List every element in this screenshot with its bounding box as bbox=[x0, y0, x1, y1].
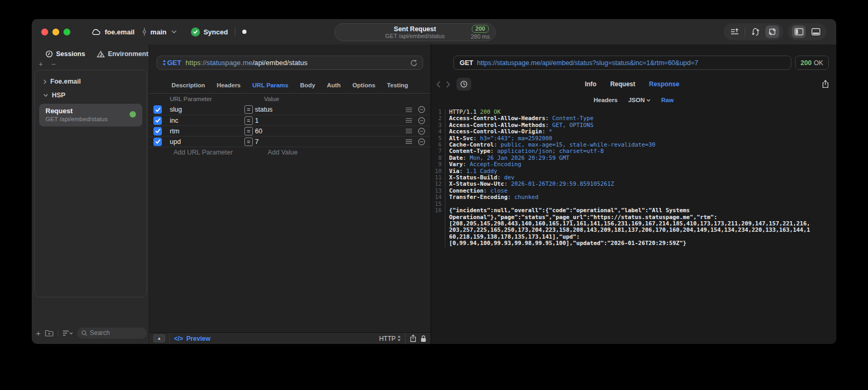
checkbox-checked-icon[interactable] bbox=[153, 105, 162, 114]
tab-info[interactable]: Info bbox=[585, 80, 597, 88]
tab-auth[interactable]: Auth bbox=[327, 82, 341, 88]
drag-handle-icon[interactable] bbox=[403, 129, 415, 133]
param-row-inc[interactable]: inc=1 bbox=[149, 115, 431, 125]
request-status-pill[interactable]: Sent Request GET /api/embed/status 200 2… bbox=[334, 23, 496, 41]
response-status-text: OK bbox=[814, 59, 823, 67]
request-url-bar[interactable]: GET https://statuspage.me/api/embed/stat… bbox=[157, 56, 423, 70]
layout-bottombar-icon[interactable] bbox=[809, 25, 823, 38]
tab-headers[interactable]: Headers bbox=[217, 82, 241, 88]
new-folder-icon[interactable] bbox=[45, 330, 53, 337]
subtab-json[interactable]: JSON bbox=[628, 97, 651, 103]
drag-handle-icon[interactable] bbox=[403, 107, 415, 112]
checkbox-checked-icon[interactable] bbox=[153, 127, 162, 135]
sort-filter-icon[interactable] bbox=[62, 330, 73, 336]
line-number: 14 bbox=[431, 194, 442, 201]
gutter-divider bbox=[442, 155, 445, 161]
drag-handle-icon[interactable] bbox=[403, 118, 415, 123]
branch-name[interactable]: main bbox=[150, 28, 166, 36]
method-selector[interactable]: GET bbox=[162, 59, 181, 67]
param-row-rtm[interactable]: rtm=60 bbox=[149, 125, 431, 136]
checkbox-checked-icon[interactable] bbox=[153, 116, 162, 125]
drag-handle-icon[interactable] bbox=[403, 139, 415, 144]
add-value-placeholder[interactable]: Add Value bbox=[268, 149, 431, 156]
subtab-label: Raw bbox=[661, 97, 674, 103]
unsaved-dot-icon bbox=[242, 30, 246, 34]
import-list-icon[interactable] bbox=[728, 25, 742, 38]
preview-label: Preview bbox=[186, 335, 210, 342]
chevron-down-icon bbox=[171, 30, 177, 33]
divider bbox=[169, 333, 170, 344]
request-list-item[interactable]: Request GET /api/embed/status bbox=[39, 104, 142, 126]
layout-sidebar-icon[interactable] bbox=[792, 25, 806, 38]
remove-row-icon[interactable] bbox=[415, 117, 428, 124]
tab-environments[interactable]: Environments bbox=[97, 50, 152, 58]
import-export-icon[interactable] bbox=[765, 25, 779, 38]
tab-sessions-label: Sessions bbox=[56, 50, 85, 58]
sidebar-search[interactable] bbox=[77, 328, 147, 339]
lock-icon[interactable] bbox=[421, 335, 426, 342]
close-button[interactable] bbox=[41, 29, 48, 35]
param-value[interactable]: status bbox=[255, 106, 403, 113]
add-param-placeholder[interactable]: Add URL Parameter bbox=[173, 149, 257, 156]
search-input[interactable] bbox=[90, 329, 143, 337]
tab-options[interactable]: Options bbox=[352, 82, 375, 88]
tab-sessions[interactable]: Sessions bbox=[45, 50, 85, 58]
param-name[interactable]: rtm bbox=[170, 128, 244, 135]
add-param-row[interactable]: Add URL Parameter Add Value bbox=[149, 147, 431, 157]
sync-status[interactable]: Synced bbox=[204, 28, 228, 36]
preview-button[interactable]: </> Preview bbox=[174, 335, 211, 342]
remove-session-button[interactable]: − bbox=[50, 60, 57, 68]
sync-arrows-icon[interactable] bbox=[748, 25, 762, 38]
share-icon[interactable] bbox=[410, 334, 416, 342]
url-params-table: URL Parameter Value slug=statusinc=1rtm=… bbox=[149, 93, 431, 157]
equals-icon: = bbox=[244, 105, 253, 114]
gutter-divider bbox=[442, 240, 445, 247]
sidebar-group-hsp[interactable]: HSP bbox=[37, 88, 144, 102]
request-tabs: DescriptionHeadersURL ParamsBodyAuthOpti… bbox=[149, 78, 431, 92]
tab-testing[interactable]: Testing bbox=[387, 82, 408, 88]
tab-request[interactable]: Request bbox=[610, 80, 635, 88]
subtab-headers[interactable]: Headers bbox=[593, 97, 617, 103]
response-url-bar[interactable]: GET https://statuspage.me/api/embed/stat… bbox=[453, 56, 791, 70]
param-value[interactable]: 7 bbox=[255, 138, 403, 146]
param-row-slug[interactable]: slug=status bbox=[149, 104, 431, 115]
checkbox-checked-icon[interactable] bbox=[153, 138, 162, 146]
remove-row-icon[interactable] bbox=[415, 138, 428, 146]
tab-environments-label: Environments bbox=[108, 50, 152, 58]
minimize-button[interactable] bbox=[52, 29, 59, 35]
raw-response-view[interactable]: 1HTTP/1.1 200 OK2Access-Control-Allow-He… bbox=[431, 109, 836, 344]
add-session-button[interactable]: + bbox=[37, 60, 44, 68]
param-name[interactable]: inc bbox=[170, 117, 244, 124]
expand-panel-button[interactable]: ▲ bbox=[153, 334, 165, 342]
app-window: foe.email main Synced Sent Request GET /… bbox=[32, 19, 836, 344]
project-name[interactable]: foe.email bbox=[105, 28, 134, 36]
param-value[interactable]: 1 bbox=[255, 117, 403, 124]
param-name[interactable]: upd bbox=[170, 138, 244, 146]
gutter-divider bbox=[442, 207, 445, 214]
add-request-button[interactable]: + bbox=[36, 329, 41, 338]
zoom-button[interactable] bbox=[63, 29, 70, 35]
gutter-divider bbox=[442, 148, 445, 155]
gutter-divider bbox=[442, 234, 445, 240]
reload-icon[interactable] bbox=[410, 59, 417, 67]
param-value[interactable]: 60 bbox=[255, 128, 403, 135]
sidebar-group-foe-email[interactable]: Foe.email bbox=[37, 75, 144, 88]
param-row-upd[interactable]: upd=7 bbox=[149, 136, 431, 147]
remove-row-icon[interactable] bbox=[415, 106, 428, 113]
tab-body[interactable]: Body bbox=[300, 82, 315, 88]
cloud-icon bbox=[90, 28, 101, 35]
equals-icon: = bbox=[244, 127, 253, 135]
param-name[interactable]: slug bbox=[170, 106, 244, 113]
protocol-selector[interactable]: HTTP bbox=[379, 335, 401, 342]
subtab-raw[interactable]: Raw bbox=[661, 97, 674, 103]
tab-url-params[interactable]: URL Params bbox=[252, 82, 288, 88]
sent-request-title: Sent Request bbox=[394, 25, 436, 33]
export-share-icon[interactable] bbox=[822, 80, 829, 88]
gutter-divider bbox=[442, 188, 445, 194]
search-icon bbox=[81, 330, 87, 336]
request-item-title: Request bbox=[45, 107, 136, 115]
tab-description[interactable]: Description bbox=[171, 82, 205, 88]
gutter-divider bbox=[442, 115, 445, 122]
tab-response[interactable]: Response bbox=[649, 80, 679, 88]
remove-row-icon[interactable] bbox=[415, 128, 428, 135]
